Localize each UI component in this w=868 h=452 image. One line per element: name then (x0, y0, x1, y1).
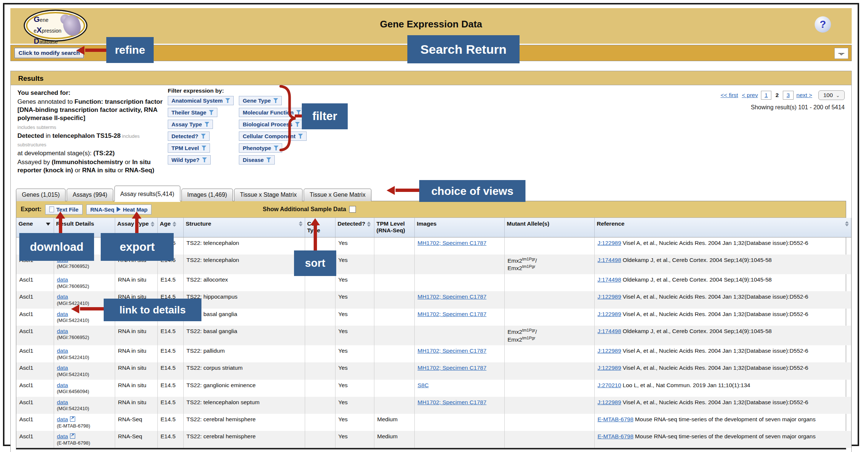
reference-link[interactable]: J:122989 (598, 365, 621, 371)
reference-link[interactable]: J:122989 (598, 240, 621, 246)
sort-icon[interactable] (367, 222, 371, 227)
tab-assay-results-5-414[interactable]: Assay results(5,414) (114, 186, 180, 201)
filter-button-anatomical-system[interactable]: Anatomical System (168, 96, 234, 105)
result-data-link[interactable]: data (57, 293, 68, 300)
cell-type-cell (305, 291, 335, 308)
reference-cell: E-MTAB-6798 Mouse RNA-seq time-series of… (594, 414, 851, 431)
annotation-filter: filter (302, 103, 348, 129)
detected-cell: Yes (335, 431, 374, 448)
reference-link[interactable]: J:122989 (598, 348, 621, 354)
summary-text: RNA-Seq) (125, 167, 154, 174)
pagination-prev-link[interactable]: < prev (742, 92, 758, 98)
reference-cell: J:122989 Visel A, et al., Nucleic Acids … (594, 362, 851, 379)
image-link[interactable]: MH1702; Specimen C1787 (418, 365, 487, 371)
result-data-link[interactable]: data (57, 276, 68, 283)
page-size-select[interactable]: 100⌄ (818, 90, 845, 100)
pagination-next-link[interactable]: next > (797, 92, 812, 98)
reference-link[interactable]: E-MTAB-6798 (598, 416, 634, 422)
summary-text: telencephalon TS15-28 (53, 132, 121, 139)
filter-button-label: Theiler Stage (171, 109, 206, 116)
filter-button-gene-type[interactable]: Gene Type (239, 96, 282, 105)
result-data-link[interactable]: data (57, 348, 68, 354)
help-icon[interactable]: ? (815, 16, 831, 33)
show-additional-checkbox[interactable] (349, 206, 356, 213)
age-cell: E14.5 (157, 345, 183, 362)
reference-link[interactable]: E-MTAB-6798 (598, 433, 634, 439)
heat-map-export-button[interactable]: RNA-Seq Heat Map (86, 205, 152, 215)
tpm-level-cell (374, 345, 414, 362)
filter-button-theiler-stage[interactable]: Theiler Stage (168, 108, 217, 117)
reference-link[interactable]: J:122989 (598, 399, 621, 405)
result-data-link[interactable]: data (57, 382, 68, 388)
result-details-cell: data(MGI:7606952) (54, 274, 115, 291)
gene-column-menu-icon[interactable] (46, 223, 50, 226)
filter-button-label: Wild type? (171, 157, 200, 163)
filter-button-detected[interactable]: Detected? (168, 132, 210, 141)
result-details-cell: data(MGI:5422410) (54, 345, 115, 362)
filter-button-assay-type[interactable]: Assay Type (168, 120, 213, 129)
pagination-first-link[interactable]: << first (721, 92, 738, 98)
annotation-link-to-details: link to details (104, 299, 201, 321)
gene-cell: Ascl1 (16, 309, 54, 326)
filter-button-wild-type[interactable]: Wild type? (168, 155, 211, 164)
reference-link[interactable]: J:122989 (598, 293, 621, 300)
mutant-allele-cell (504, 380, 594, 397)
image-link[interactable]: MH1702; Specimen C1787 (418, 399, 487, 405)
pagination-current-page: 2 (775, 92, 779, 98)
result-data-link[interactable]: data (57, 328, 68, 334)
reference-link[interactable]: J:270210 (598, 382, 621, 388)
sort-up-arrow (845, 221, 849, 223)
sort-icon[interactable] (299, 221, 303, 226)
filter-button-tpm-level[interactable]: TPM Level (168, 143, 210, 153)
reference-link[interactable]: J:174498 (598, 328, 621, 334)
filter-button-disease[interactable]: Disease (239, 155, 275, 164)
column-header-label: Reference (597, 220, 625, 227)
image-link[interactable]: MH1702; Specimen C1787 (418, 311, 487, 317)
search-summary-line: includes subterms (17, 123, 168, 131)
reference-link[interactable]: J:122989 (598, 311, 621, 317)
reference-link[interactable]: J:174498 (598, 257, 621, 263)
tpm-level-cell: Medium (374, 414, 414, 431)
sort-down-arrow (367, 225, 371, 227)
summary-text: Genes annotated to (17, 98, 74, 105)
assay-type-cell: RNA in situ (115, 345, 157, 362)
column-header-structure: Structure (183, 218, 305, 237)
sort-icon[interactable] (151, 222, 154, 227)
page-size-value: 100 (823, 92, 833, 98)
column-header-label: TPM Level (377, 220, 405, 227)
column-header-label2: (RNA-Seq) (377, 227, 412, 234)
sort-icon[interactable] (845, 221, 849, 226)
result-data-link[interactable]: data (57, 311, 68, 317)
result-accession: (MGI:5422410) (57, 372, 112, 378)
tab-assays-994[interactable]: Assays (994) (67, 189, 113, 201)
modify-search-button[interactable]: Click to modify search (14, 48, 84, 58)
filter-funnel-icon (209, 110, 214, 115)
image-link[interactable]: MH1702; Specimen C1787 (418, 240, 487, 246)
pagination-page-link-3[interactable]: 3 (787, 92, 790, 98)
collapse-toolbar-button[interactable]: ⌄ (834, 48, 848, 59)
tab-tissue-x-stage-matrix[interactable]: Tissue x Stage Matrix (234, 189, 303, 201)
tab-genes-1-015[interactable]: Genes (1,015) (16, 189, 66, 201)
result-data-link[interactable]: data (57, 399, 68, 405)
image-link[interactable]: S8C (418, 382, 429, 388)
image-link[interactable]: MH1702; Specimen C1787 (418, 293, 487, 300)
result-data-link[interactable]: data (57, 433, 68, 439)
tab-tissue-x-gene-matrix[interactable]: Tissue x Gene Matrix (304, 189, 371, 201)
gene-cell: Ascl1 (16, 345, 54, 362)
images-cell: MH1702; Specimen C1787 (414, 362, 504, 379)
tab-images-1-469[interactable]: Images (1,469) (181, 189, 233, 201)
filter-funnel-icon (201, 146, 206, 150)
result-data-link[interactable]: data (57, 416, 68, 422)
image-link[interactable]: MH1702; Specimen C1787 (418, 348, 487, 354)
result-data-link[interactable]: data (57, 365, 68, 371)
mutant-allele-cell (504, 362, 594, 379)
detected-cell: Yes (335, 397, 374, 414)
filter-button-phenotype[interactable]: Phenotype (239, 143, 282, 153)
pagination-page-link-1[interactable]: 1 (765, 92, 768, 98)
reference-citation: Visel A, et al., Nucleic Acids Res. 2004… (621, 399, 808, 405)
reference-link[interactable]: J:174498 (598, 276, 621, 283)
sort-icon[interactable] (173, 222, 176, 227)
column-header-label: Structure (186, 220, 211, 227)
annotation-download: download (19, 233, 94, 261)
mutant-allele-cell (504, 397, 594, 414)
